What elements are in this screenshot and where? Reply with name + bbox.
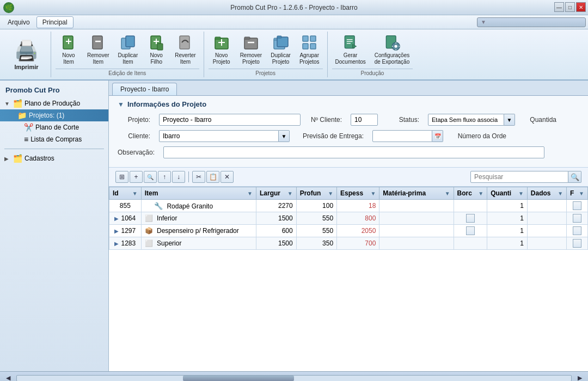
sidebar-item-plano-producao[interactable]: ▼ 🗂️ Plano de Produção (0, 97, 108, 109)
toolbar-copy-btn[interactable]: 📋 (206, 171, 219, 183)
projetos-label: Projetos (209, 69, 323, 77)
close-button[interactable]: ✕ (576, 2, 586, 12)
toolbar-down-btn[interactable]: ↓ (172, 171, 185, 183)
cell-f (567, 200, 588, 212)
toolbar-grid-btn[interactable]: ⊞ (115, 171, 128, 183)
sidebar-item-cadastros[interactable]: ▶ 🗂️ Cadastros (0, 152, 108, 164)
cliente-input[interactable] (159, 130, 279, 142)
checkbox-borc[interactable] (466, 214, 475, 223)
duplicar-projeto-button[interactable]: DuplicarProjeto (267, 32, 294, 67)
toolbar-cut-btn[interactable]: ✂ (192, 171, 205, 183)
novo-filho-button[interactable]: NovoFilho (143, 32, 169, 67)
tab-proyecto-ibarro[interactable]: Proyecto - Ibarro (112, 83, 177, 95)
cliente-select-wrap: ▼ (159, 130, 290, 142)
projeto-input[interactable] (159, 114, 301, 126)
scrollbar-thumb (183, 376, 294, 381)
sidebar-item-plano-corte[interactable]: ✂️ Plano de Corte (0, 121, 108, 133)
svg-rect-26 (310, 44, 316, 49)
cell-profun: 100 (296, 200, 336, 212)
observacao-input[interactable] (163, 146, 544, 158)
remover-projeto-button[interactable]: RemoverProjeto (237, 32, 266, 67)
data-table-wrap: Id ▼ Item ▼ Largur (109, 187, 588, 371)
imprimir-button[interactable]: 🖨️ Imprimir (9, 36, 44, 73)
projeto-label: Projeto: (118, 116, 150, 124)
previsao-input[interactable] (372, 130, 432, 142)
novo-item-label: NovoItem (62, 52, 75, 65)
section-header[interactable]: ▼ Informações do Projeto (118, 100, 579, 108)
col-largur: Largur ▼ (256, 187, 296, 200)
checkbox-borc[interactable] (466, 226, 475, 235)
expand-button[interactable]: ▶ (114, 228, 119, 234)
filter-profun[interactable]: ▼ (328, 190, 333, 196)
cell-profun: 550 (296, 212, 336, 225)
main-layout: Promob Cut Pro ▼ 🗂️ Plano de Produção 📁 … (0, 81, 588, 371)
checkbox-f[interactable] (573, 226, 581, 235)
item-name: Inferior (157, 214, 177, 222)
expand-button[interactable]: ▶ (114, 216, 119, 222)
edicao-itens-label: Edição de Itens (56, 69, 199, 77)
search-button[interactable]: 🔍 (568, 171, 581, 183)
quick-access-bar[interactable]: ▼ (477, 17, 586, 27)
filter-dados[interactable]: ▼ (558, 190, 563, 196)
sidebar-item-projetos[interactable]: 📁 Projetos: (1) (0, 109, 108, 121)
filter-largur[interactable]: ▼ (287, 190, 293, 196)
no-cliente-input[interactable] (351, 114, 378, 126)
gerar-documentos-button[interactable]: GerarDocumentos (332, 32, 369, 67)
toolbar-add-btn[interactable]: + (130, 171, 143, 183)
scroll-left-btn[interactable]: ◀ (4, 374, 12, 381)
remover-item-button[interactable]: RemoverItem (84, 32, 113, 67)
novo-projeto-button[interactable]: NovoProjeto (209, 32, 235, 67)
cell-dados (527, 200, 566, 212)
filter-quanti[interactable]: ▼ (518, 190, 524, 196)
toolbar-edit-btn[interactable]: 🔍 (144, 171, 157, 183)
duplicar-item-button[interactable]: DuplicarItem (115, 32, 142, 67)
filter-f[interactable]: ▼ (579, 190, 584, 196)
checkbox-f[interactable] (573, 201, 581, 210)
table-row[interactable]: ▶1064 ⬜ Inferior 1500 550 800 1 (109, 212, 588, 225)
toolbar-up-btn[interactable]: ↑ (158, 171, 171, 183)
checkbox-f[interactable] (573, 214, 581, 223)
novo-projeto-label: NovoProjeto (213, 52, 230, 65)
status-input[interactable] (428, 114, 504, 126)
imprimir-label: Imprimir (14, 64, 38, 70)
table-row[interactable]: ▶1283 ⬜ Superior 1500 350 700 1 (109, 237, 588, 250)
checkbox-f[interactable] (573, 239, 581, 248)
maximize-button[interactable]: □ (565, 2, 575, 12)
previsao-label: Previsão de Entrega: (298, 132, 364, 140)
menu-arquivo[interactable]: Arquivo (2, 17, 35, 28)
reverter-item-button[interactable]: ReverterItem (171, 32, 199, 67)
agrupar-projetos-button[interactable]: AgruparProjetos (296, 32, 323, 67)
search-input[interactable] (470, 171, 568, 183)
cell-id: 855 (109, 200, 142, 212)
expand-button[interactable]: ▶ (114, 241, 119, 247)
config-exportacao-button[interactable]: Configuraçõesde Exportação (371, 32, 413, 67)
table-row[interactable]: 855 🔧 Rodapé Granito 2270 100 18 1 (109, 200, 588, 212)
window-controls[interactable]: — □ ✕ (554, 2, 586, 12)
previsao-date-wrap: 📅 (372, 130, 443, 142)
plano-corte-label: Plano de Corte (35, 124, 79, 131)
filter-espess[interactable]: ▼ (370, 190, 376, 196)
cell-espess: 18 (337, 200, 379, 212)
row-icon: 🔧 (154, 202, 163, 210)
scroll-right-btn[interactable]: ▶ (576, 374, 584, 381)
status-dropdown-btn[interactable]: ▼ (504, 114, 515, 126)
horizontal-scrollbar[interactable] (16, 375, 572, 382)
reverter-item-icon (176, 34, 194, 51)
filter-id[interactable]: ▼ (132, 190, 138, 196)
novo-item-button[interactable]: NovoItem (56, 32, 82, 67)
filter-borc[interactable]: ▼ (478, 190, 483, 196)
plano-producao-label: Plano de Produção (24, 100, 80, 107)
calendar-btn[interactable]: 📅 (432, 130, 443, 142)
table-row[interactable]: ▶1297 📦 Despenseiro p/ Refrigerador 600 … (109, 225, 588, 237)
sidebar-item-lista-compras[interactable]: ≡ Lista de Compras (0, 133, 108, 145)
novo-filho-icon (148, 34, 165, 51)
cell-id: ▶1283 (109, 237, 142, 250)
menu-principal[interactable]: Principal (36, 16, 74, 28)
filter-materia[interactable]: ▼ (445, 190, 450, 196)
cliente-dropdown-btn[interactable]: ▼ (279, 130, 290, 142)
toolbar-clear-btn[interactable]: ✕ (220, 171, 234, 183)
filter-item[interactable]: ▼ (247, 190, 253, 196)
minimize-button[interactable]: — (554, 2, 564, 12)
ribbon: 🖨️ Imprimir NovoItem RemoverItem (0, 29, 588, 81)
status-label: Status: (387, 116, 419, 124)
